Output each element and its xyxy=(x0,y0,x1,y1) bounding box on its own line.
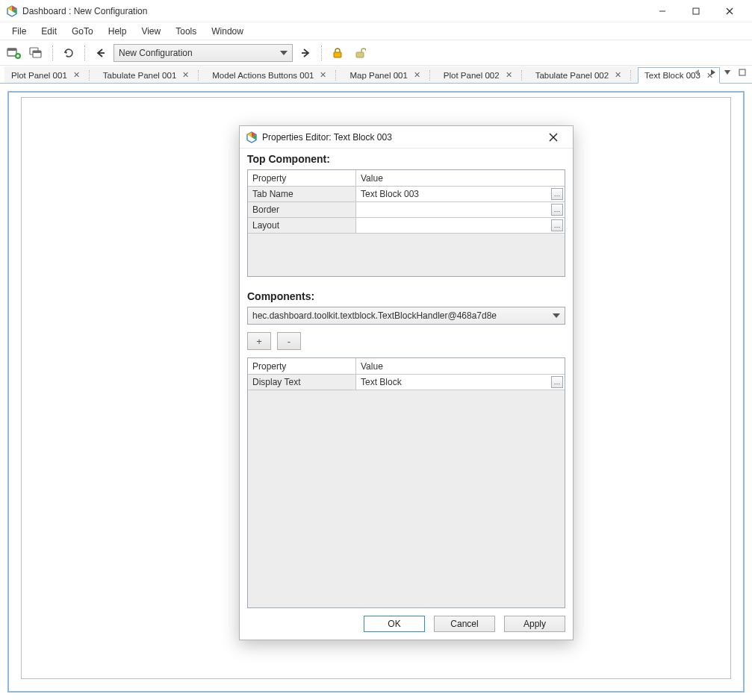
cancel-button[interactable]: Cancel xyxy=(434,616,495,632)
menu-window[interactable]: Window xyxy=(204,25,251,38)
prop-value-border[interactable]: … xyxy=(356,201,565,217)
window-minimize-button[interactable] xyxy=(645,0,679,22)
toolbar: New Configuration xyxy=(0,40,752,66)
tab-model-actions-buttons-001[interactable]: Model Actions Buttons 001 ✕ xyxy=(205,66,343,83)
component-handler-label: hec.dashboard.toolkit.textblock.TextBloc… xyxy=(252,310,497,321)
prop-key: Border xyxy=(248,201,356,217)
svg-rect-21 xyxy=(356,52,364,57)
new-panel-button[interactable] xyxy=(4,43,24,63)
close-icon[interactable]: ✕ xyxy=(73,70,80,80)
nav-forward-button[interactable] xyxy=(296,43,315,63)
tab-strip: Plot Panel 001 ✕ Tabulate Panel 001 ✕ Mo… xyxy=(0,66,752,84)
nav-back-button[interactable] xyxy=(91,43,111,63)
table-row: Layout … xyxy=(248,217,565,233)
menu-edit[interactable]: Edit xyxy=(34,25,64,38)
dialog-close-button[interactable] xyxy=(540,127,567,148)
svg-rect-9 xyxy=(7,49,16,51)
column-header-value: Value xyxy=(356,170,565,186)
tabstrip-tools xyxy=(692,67,748,78)
title-bar: Dashboard : New Configuration xyxy=(0,0,752,22)
prop-value-tab-name[interactable]: Text Block 003 … xyxy=(356,186,565,201)
ellipsis-button[interactable]: … xyxy=(551,376,563,388)
refresh-button[interactable] xyxy=(59,43,78,63)
tab-label: Tabulate Panel 001 xyxy=(103,71,176,80)
top-component-table: Property Value Tab Name Text Block 003 …… xyxy=(247,169,565,277)
window-title: Dashboard : New Configuration xyxy=(22,6,147,16)
tab-plot-panel-002[interactable]: Plot Panel 002 ✕ xyxy=(437,66,529,83)
svg-marker-24 xyxy=(724,70,730,75)
duplicate-panel-button[interactable] xyxy=(27,43,46,63)
svg-rect-5 xyxy=(693,8,699,14)
prop-value-layout[interactable]: … xyxy=(356,217,565,233)
svg-rect-25 xyxy=(739,69,745,75)
tab-plot-panel-001[interactable]: Plot Panel 001 ✕ xyxy=(4,66,96,83)
lock-closed-button[interactable] xyxy=(328,43,347,63)
add-component-button[interactable]: + xyxy=(247,332,271,350)
section-top-component: Top Component: xyxy=(247,153,565,165)
ok-button[interactable]: OK xyxy=(364,616,425,632)
component-properties-table: Property Value Display Text Text Block … xyxy=(247,357,565,608)
menu-file[interactable]: File xyxy=(4,25,34,38)
app-icon xyxy=(6,5,18,17)
ellipsis-button[interactable]: … xyxy=(551,188,563,200)
lock-open-button[interactable] xyxy=(350,43,370,63)
close-icon[interactable]: ✕ xyxy=(414,70,420,80)
chevron-down-icon xyxy=(280,51,288,55)
prop-key: Display Text xyxy=(248,374,356,390)
close-icon[interactable]: ✕ xyxy=(506,70,512,80)
svg-marker-22 xyxy=(694,69,699,75)
window-maximize-button[interactable] xyxy=(679,0,712,22)
toolbar-separator xyxy=(52,46,53,60)
svg-rect-20 xyxy=(334,52,341,57)
tab-label: Tabulate Panel 002 xyxy=(535,71,609,80)
tab-menu-button[interactable] xyxy=(722,67,733,78)
table-row: Border … xyxy=(248,201,565,217)
app-icon xyxy=(246,131,258,143)
menu-help[interactable]: Help xyxy=(101,25,134,38)
dialog-title: Properties Editor: Text Block 003 xyxy=(262,132,392,143)
prop-key: Tab Name xyxy=(248,186,356,201)
prop-value-display-text[interactable]: Text Block … xyxy=(356,374,565,390)
ellipsis-button[interactable]: … xyxy=(551,219,563,231)
close-icon[interactable]: ✕ xyxy=(615,70,621,80)
dialog-body: Top Component: Property Value Tab Name T… xyxy=(240,149,573,640)
properties-editor-dialog: Properties Editor: Text Block 003 Top Co… xyxy=(239,125,574,640)
tab-label: Model Actions Buttons 001 xyxy=(212,71,314,80)
tab-tabulate-panel-001[interactable]: Tabulate Panel 001 ✕ xyxy=(96,66,205,83)
tab-scroll-right-button[interactable] xyxy=(707,67,718,78)
section-components: Components: xyxy=(247,290,565,302)
svg-marker-32 xyxy=(553,313,560,318)
tab-map-panel-001[interactable]: Map Panel 001 ✕ xyxy=(343,66,436,83)
close-icon[interactable]: ✕ xyxy=(320,70,326,80)
menu-tools[interactable]: Tools xyxy=(168,25,204,38)
tab-label: Plot Panel 002 xyxy=(444,71,500,80)
close-icon[interactable]: ✕ xyxy=(182,70,189,80)
dialog-title-bar: Properties Editor: Text Block 003 xyxy=(240,126,573,149)
table-empty-area xyxy=(248,233,565,276)
tab-scroll-left-button[interactable] xyxy=(692,67,703,78)
table-row: Display Text Text Block … xyxy=(248,374,565,390)
apply-button[interactable]: Apply xyxy=(504,616,565,632)
svg-marker-23 xyxy=(711,69,715,75)
tab-maximize-button[interactable] xyxy=(737,67,748,78)
configuration-select[interactable]: New Configuration xyxy=(114,44,293,62)
configuration-select-label: New Configuration xyxy=(119,48,193,58)
toolbar-separator xyxy=(321,46,322,60)
menu-bar: File Edit GoTo Help View Tools Window xyxy=(0,22,752,40)
remove-component-button[interactable]: - xyxy=(277,332,301,350)
dialog-button-row: OK Cancel Apply xyxy=(247,608,565,632)
svg-rect-15 xyxy=(33,51,41,53)
table-row: Tab Name Text Block 003 … xyxy=(248,186,565,201)
tab-label: Plot Panel 001 xyxy=(11,71,67,80)
tab-tabulate-panel-002[interactable]: Tabulate Panel 002 ✕ xyxy=(529,66,638,83)
column-header-value: Value xyxy=(356,358,565,374)
prop-key: Layout xyxy=(248,217,356,233)
ellipsis-button[interactable]: … xyxy=(551,204,563,216)
menu-goto[interactable]: GoTo xyxy=(64,25,101,38)
chevron-down-icon xyxy=(553,313,560,318)
component-handler-select[interactable]: hec.dashboard.toolkit.textblock.TextBloc… xyxy=(247,307,565,325)
window-close-button[interactable] xyxy=(712,0,746,22)
column-header-property: Property xyxy=(248,358,356,374)
menu-view[interactable]: View xyxy=(134,25,168,38)
column-header-property: Property xyxy=(248,170,356,186)
